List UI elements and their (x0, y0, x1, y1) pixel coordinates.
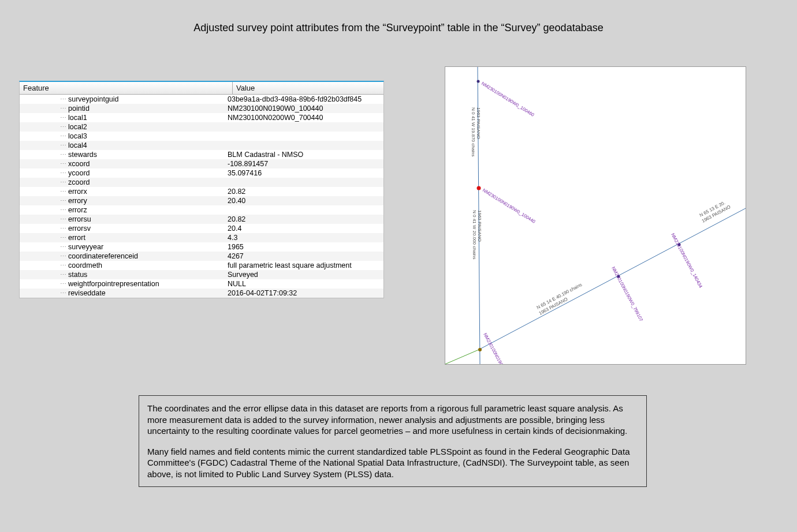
field-name: errory (68, 196, 87, 205)
field-name: zcoord (68, 178, 90, 187)
field-name: status (68, 270, 87, 279)
table-row[interactable]: ⋯surveyyear1965 (20, 242, 383, 252)
table-row[interactable]: ⋯statusSurveyed (20, 270, 383, 279)
map-measure-label: N 0 41 W 19.870 chains (471, 107, 476, 156)
field-name: local2 (68, 122, 87, 132)
svg-point-3 (477, 80, 480, 83)
field-value: 20.82 (225, 215, 383, 224)
field-value: 2016-04-02T17:09:32 (225, 289, 383, 298)
field-name: errort (68, 233, 85, 242)
map-measure-label: N 0 41 W 20.000 chains (472, 210, 477, 259)
svg-line-1 (479, 208, 746, 350)
map-point-label: NM230100N0190W0_140434 (670, 233, 703, 289)
table-row[interactable]: ⋯errorsv20.4 (20, 224, 383, 233)
field-name: errorsu (68, 215, 91, 224)
table-row[interactable]: ⋯weightforpointrepresentationNULL (20, 279, 383, 289)
map-measure-label: 1963 PAISANO (476, 107, 481, 139)
field-value: full parametric least square adjustment (225, 261, 383, 270)
header-value: Value (233, 82, 383, 94)
table-row[interactable]: ⋯errorz (20, 205, 383, 215)
field-name: xcoord (68, 159, 90, 168)
field-value (225, 122, 383, 132)
table-row[interactable]: ⋯zcoord (20, 178, 383, 187)
map-point-label: NM230100N0190W0_100440 (482, 188, 537, 224)
header-feature: Feature (20, 82, 233, 94)
table-row[interactable]: ⋯local3 (20, 132, 383, 141)
table-body: ⋯surveypointguid03be9a1a-dbd3-498a-89b6-… (20, 95, 383, 298)
table-row[interactable]: ⋯surveypointguid03be9a1a-dbd3-498a-89b6-… (20, 95, 383, 104)
field-name: surveyyear (68, 242, 103, 252)
field-value: 20.40 (225, 196, 383, 205)
field-name: pointid (68, 104, 90, 113)
map-point-label: NM230100N0190W0_100460 (481, 81, 535, 118)
table-row[interactable]: ⋯stewardsBLM Cadastral - NMSO (20, 150, 383, 159)
map-point-label: NM230100N0190W0_799107 (610, 266, 644, 323)
field-value: BLM Cadastral - NMSO (225, 150, 383, 159)
field-value: 4.3 (225, 233, 383, 242)
field-value: Surveyed (225, 270, 383, 279)
table-row[interactable]: ⋯reviseddate2016-04-02T17:09:32 (20, 289, 383, 298)
field-name: stewards (68, 150, 97, 159)
field-value (225, 141, 383, 150)
table-row[interactable]: ⋯errort4.3 (20, 233, 383, 242)
field-value: NM230100N0200W0_700440 (225, 113, 383, 122)
field-name: local4 (68, 141, 87, 150)
table-header: Feature Value (20, 82, 383, 95)
svg-line-2 (445, 350, 479, 364)
field-name: local3 (68, 132, 87, 141)
table-row[interactable]: ⋯xcoord-108.891457 (20, 159, 383, 168)
table-row[interactable]: ⋯local2 (20, 122, 383, 132)
field-name: weightforpointrepresentation (68, 279, 159, 289)
page-title: Adjusted survey point attributes from th… (0, 22, 797, 34)
attribute-table: Feature Value ⋯surveypointguid03be9a1a-d… (19, 81, 384, 298)
svg-point-5 (478, 348, 482, 351)
field-value: NULL (225, 279, 383, 289)
table-row[interactable]: ⋯errory20.40 (20, 196, 383, 205)
table-row[interactable]: ⋯errorsu20.82 (20, 215, 383, 224)
caption-para-1: The coordinates and the error ellipse da… (147, 403, 638, 437)
field-name: errorsv (68, 224, 91, 233)
field-value: -108.891457 (225, 159, 383, 168)
map-viewport[interactable]: NM230100N0190W0_100460 NM230100N0190W0_1… (445, 66, 746, 365)
caption-para-2: Many field names and field contents mimi… (147, 446, 638, 480)
table-row[interactable]: ⋯ycoord35.097416 (20, 168, 383, 178)
field-name: errorx (68, 187, 87, 196)
table-row[interactable]: ⋯pointidNM230100N0190W0_100440 (20, 104, 383, 113)
field-value: 4267 (225, 252, 383, 261)
svg-point-4 (477, 186, 481, 190)
field-name: local1 (68, 113, 87, 122)
field-value: 1965 (225, 242, 383, 252)
field-value: 03be9a1a-dbd3-498a-89b6-fd92b03df845 (225, 95, 383, 104)
field-value: 20.82 (225, 187, 383, 196)
map-measure-label: 1963 PAISANO (477, 210, 482, 242)
table-row[interactable]: ⋯local4 (20, 141, 383, 150)
map-point-label: NM230100N0190W0_100420 (482, 332, 516, 364)
field-name: reviseddate (68, 289, 106, 298)
field-value: 20.4 (225, 224, 383, 233)
table-row[interactable]: ⋯coordmethfull parametric least square a… (20, 261, 383, 270)
caption-box: The coordinates and the error ellipse da… (139, 395, 647, 487)
field-name: surveypointguid (68, 95, 119, 104)
field-value: 35.097416 (225, 168, 383, 178)
field-name: coordmeth (68, 261, 102, 270)
table-row[interactable]: ⋯local1NM230100N0200W0_700440 (20, 113, 383, 122)
field-value: NM230100N0190W0_100440 (225, 104, 383, 113)
field-name: ycoord (68, 168, 90, 178)
table-row[interactable]: ⋯errorx20.82 (20, 187, 383, 196)
field-name: errorz (68, 205, 87, 215)
field-value (225, 205, 383, 215)
field-value (225, 178, 383, 187)
field-name: coordinatereferenceid (68, 252, 138, 261)
table-row[interactable]: ⋯coordinatereferenceid4267 (20, 252, 383, 261)
field-value (225, 132, 383, 141)
